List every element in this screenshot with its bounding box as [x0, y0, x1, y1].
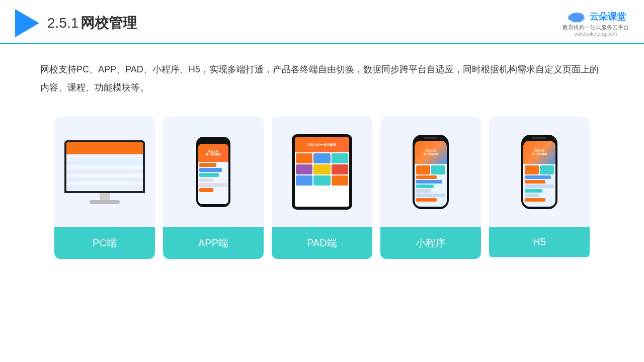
card-h5-label: H5 [489, 227, 590, 257]
tablet-icon: 职达人的一堂兴趣课 [292, 134, 352, 210]
svg-point-6 [577, 16, 584, 21]
brand-name-text: 云朵课堂 [590, 11, 626, 23]
card-pad-image: 职达人的一堂兴趣课 [272, 117, 372, 227]
phone-modern-icon-1: 职达人的第一堂兴趣课 [413, 135, 449, 209]
card-app-image: 职达人的第一堂兴趣课 [163, 117, 264, 227]
card-miniprogram: 职达人的第一堂兴趣课 [380, 117, 481, 259]
card-pc: PC端 [54, 117, 155, 259]
card-miniprogram-image: 职达人的第一堂兴趣课 [380, 117, 481, 227]
description-text: 网校支持PC、APP、PAD、小程序、H5，实现多端打通，产品各终端自由切换，数… [0, 44, 644, 97]
card-pc-label: PC端 [54, 227, 155, 259]
card-pc-image [54, 117, 155, 227]
phone-icon: 职达人的第一堂兴趣课 [196, 137, 230, 207]
page-header: 2.5.1网校管理 云朵课堂 教育机构一站式服务云平台 yunduoketang… [0, 0, 644, 44]
card-miniprogram-label: 小程序 [380, 227, 481, 259]
cards-section: PC端 职达人的第一堂兴趣课 [0, 97, 644, 259]
brand-logo: 云朵课堂 教育机构一站式服务云平台 yunduoketang.com [562, 10, 629, 37]
brand-url: yunduoketang.com [575, 31, 617, 37]
card-h5-image: 职达人的第一堂兴趣课 [489, 117, 590, 227]
card-app: 职达人的第一堂兴趣课 APP端 [163, 117, 264, 259]
card-pad: 职达人的一堂兴趣课 PAD端 [272, 117, 372, 259]
monitor-icon [64, 140, 145, 204]
logo-icon [15, 9, 39, 37]
brand-tagline: 教育机构一站式服务云平台 [562, 24, 629, 31]
card-app-label: APP端 [163, 227, 264, 259]
card-pad-label: PAD端 [272, 227, 372, 259]
header-left: 2.5.1网校管理 [15, 9, 137, 37]
page-title: 2.5.1网校管理 [47, 14, 137, 33]
card-h5: 职达人的第一堂兴趣课 [489, 117, 590, 259]
phone-modern-icon-2: 职达人的第一堂兴趣课 [521, 135, 557, 209]
brand-cloud: 云朵课堂 [566, 10, 626, 24]
cloud-icon [566, 10, 588, 24]
